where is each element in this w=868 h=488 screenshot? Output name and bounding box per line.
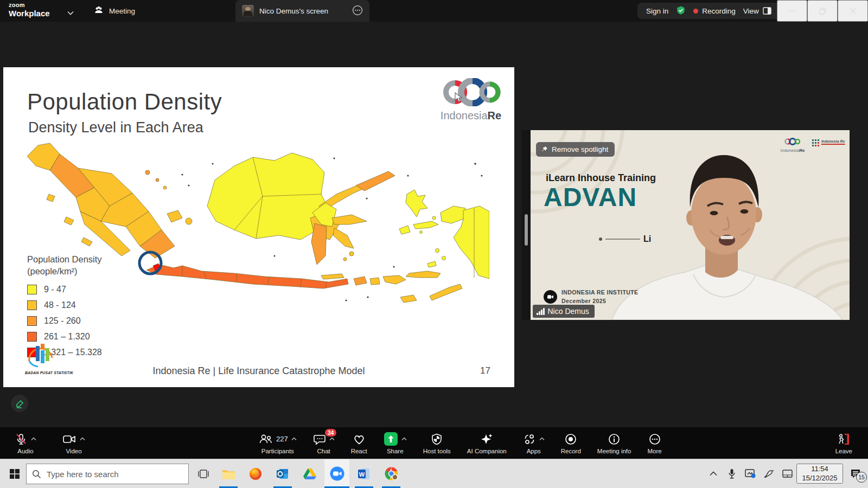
slide-footer: Indonesia Re | Life Insurance Catastroph… [3,365,514,377]
share-screen-icon [384,432,398,446]
legend-title-line2: (people/km²) [27,266,146,278]
tray-mic-icon[interactable] [723,463,741,485]
more-ellipsis-icon [648,433,661,446]
chat-button[interactable]: 34 Chat [306,427,342,459]
tab-screen-label: Nico Demus's screen [259,7,328,15]
heart-icon [353,433,366,446]
ai-companion-button[interactable]: AI Companion [460,427,514,459]
chevron-up-icon [31,437,36,441]
tab-shared-screen[interactable]: Nico Demus's screen [235,0,369,22]
tray-touchpad-icon[interactable] [778,463,796,485]
tray-chevron-up-icon[interactable] [704,463,723,485]
taskbar-chrome[interactable] [379,459,404,488]
tab-meeting[interactable]: Meeting [93,0,135,22]
windows-taskbar: W 11:54 15/12/2025 15 [0,459,868,488]
chevron-down-icon[interactable] [67,8,74,17]
chat-icon [313,433,326,446]
record-button[interactable]: Record [554,427,588,459]
mouse-cursor [455,92,464,105]
video-feed: iLearn Inhouse Training ADVAN Li [531,130,850,320]
leave-button[interactable]: Leave [828,427,859,459]
apps-button[interactable]: Apps [516,427,552,459]
task-view-button[interactable] [194,466,213,482]
word-icon: W [358,467,371,480]
zoom-workplace-window: zoom Workplace Meeting Nico Demus's scre… [0,0,868,488]
participant-name-tag: Nico Demus [533,305,595,318]
video-button[interactable]: Video [55,427,92,459]
minimize-button[interactable] [777,0,807,22]
legend-swatch [27,316,37,326]
start-button[interactable] [4,465,25,483]
titlebar-status-group: Sign in Recording View [637,3,783,19]
search-input[interactable] [47,470,171,479]
view-button[interactable]: View [743,7,771,15]
react-button[interactable]: React [344,427,374,459]
share-button[interactable]: Share [376,427,414,459]
remove-spotlight-button[interactable]: Remove spotlight [536,142,615,157]
outlook-icon [276,467,289,480]
taskbar-firefox[interactable] [243,459,268,488]
institute-mini-logo: Indonesia Re [812,138,845,147]
sign-in-button[interactable]: Sign in [646,7,668,15]
view-layout-icon [763,7,771,15]
zoom-app-icon [330,466,344,481]
sparkle-icon [480,432,494,446]
video-scroll-strip [522,130,531,320]
spotlight-video-tile: iLearn Inhouse Training ADVAN Li [522,130,850,320]
google-drive-icon [303,468,316,480]
video-corner-logos: IndonesiaRe Indonesia Re [780,138,845,153]
legend-item: 48 - 124 [27,298,146,313]
meeting-toolbar: Audio Video 227 Participants 34 [0,427,868,459]
taskbar-file-explorer[interactable] [216,459,241,488]
meeting-stage: Population Density Density Level in Each… [0,22,868,427]
legend-swatch [27,300,37,310]
video-scrollbar[interactable] [525,214,528,246]
chevron-up-icon [329,437,335,441]
taskbar-clock[interactable]: 11:54 15/12/2025 [796,464,843,484]
clock-time: 11:54 [797,465,842,474]
meeting-people-icon [93,5,104,17]
titlebar: zoom Workplace Meeting Nico Demus's scre… [0,0,868,22]
record-icon [564,433,577,446]
taskbar-search[interactable] [26,464,189,484]
camera-icon [62,433,76,446]
security-shield-icon[interactable] [676,5,686,17]
brand-workplace: Workplace [9,9,50,17]
tray-screenshare-icon[interactable] [741,463,760,485]
legend-item: 125 - 260 [27,313,146,329]
clock-date: 15/12/2025 [797,474,842,483]
notification-center-button[interactable]: 15 [843,463,868,485]
apps-icon [523,433,536,446]
mic-muted-icon [15,433,28,446]
chat-unread-badge: 34 [325,429,337,436]
legend-title-line1: Population Density [27,254,146,266]
participant-name: Nico Demus [548,307,589,316]
tab-options-icon[interactable] [352,5,363,17]
search-icon [32,470,41,479]
more-button[interactable]: More [640,427,668,459]
shared-screen-slide: Population Density Density Level in Each… [3,67,514,387]
legend-item: 9 - 47 [27,282,146,298]
participants-button[interactable]: 227 Participants [252,427,304,459]
tray-pen-icon[interactable] [760,463,778,485]
camera-badge-icon [544,290,557,304]
indonesia-re-logo: IndonesiaRe [436,78,506,122]
zoom-workplace-logo: zoom Workplace [9,2,50,17]
restore-button[interactable] [807,0,838,22]
avatar [242,5,254,17]
audio-button[interactable]: Audio [8,427,43,459]
taskbar-outlook[interactable] [270,459,295,488]
annotate-pencil-button[interactable] [11,395,28,412]
info-icon [608,433,621,446]
view-label: View [743,7,759,15]
host-tools-button[interactable]: Host tools [416,427,458,459]
taskbar-zoom[interactable] [324,459,349,488]
recording-label: Recording [702,7,736,15]
taskbar-google-drive[interactable] [297,459,322,488]
meeting-info-button[interactable]: Meeting info [590,427,639,459]
pin-icon [541,146,548,153]
taskbar-word[interactable]: W [352,459,376,488]
close-button[interactable] [838,0,868,22]
window-controls [777,0,868,22]
participants-icon [259,433,273,446]
